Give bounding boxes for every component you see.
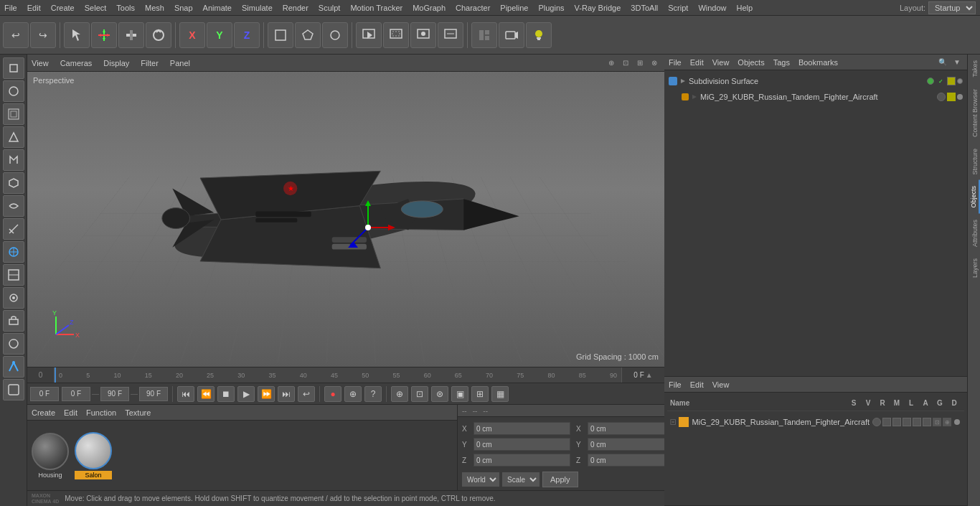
menu-select[interactable]: Select	[85, 4, 107, 12]
viewport-icon-3[interactable]: ⊞	[634, 57, 646, 69]
sidebar-btn-9[interactable]	[3, 264, 24, 286]
timeline-track[interactable]: 0 5 10 15 20 25 30 35 40 45 50 55 60 65 …	[55, 367, 621, 383]
sidebar-btn-3[interactable]	[3, 126, 24, 148]
mat-menu-create[interactable]: Create	[32, 408, 55, 417]
x-axis-button[interactable]: X	[179, 22, 205, 48]
viewport-icon-2[interactable]: ⊡	[620, 57, 631, 69]
coord-yr-input[interactable]	[588, 438, 664, 451]
object-mode-button[interactable]	[268, 22, 293, 48]
apply-button[interactable]: Apply	[542, 472, 578, 487]
layout-dropdown[interactable]: Startup	[928, 1, 976, 14]
extra-tool-1[interactable]: ⊕	[391, 386, 408, 402]
obj-search-icon[interactable]: 🔍	[937, 57, 948, 68]
menu-character[interactable]: Character	[456, 4, 490, 12]
frame-start-input[interactable]	[30, 387, 59, 401]
extra-tool-2[interactable]: ⊡	[411, 386, 428, 402]
viewport-icon-1[interactable]: ⊕	[606, 57, 617, 69]
extra-tool-3[interactable]: ⊛	[431, 386, 448, 402]
vtab-takes[interactable]: Takes	[968, 55, 980, 83]
stop-button[interactable]: ⏹	[217, 386, 235, 402]
material-ball-housing[interactable]	[32, 433, 69, 470]
sidebar-btn-10[interactable]	[3, 287, 24, 309]
light-button[interactable]	[526, 22, 552, 48]
move-tool-button[interactable]	[91, 22, 117, 48]
transform-gizmo[interactable]	[339, 199, 397, 256]
obj-menu-view[interactable]: View	[712, 58, 730, 67]
viewport-menu-view[interactable]: View	[32, 59, 49, 67]
obj-row-mig[interactable]: MiG_29_KUBR_Russian_Tandem_Fighter_Aircr…	[664, 89, 967, 105]
3d-viewport[interactable]: Perspective	[27, 72, 664, 367]
nurbs-button[interactable]	[322, 22, 348, 48]
extra-tool-4[interactable]: ▣	[451, 386, 468, 402]
coord-x-input[interactable]	[473, 422, 570, 435]
attr-menu-view[interactable]: View	[712, 380, 730, 389]
viewport-menu-panel[interactable]: Panel	[170, 59, 190, 67]
mat-menu-edit[interactable]: Edit	[64, 408, 77, 417]
sidebar-btn-4[interactable]	[3, 149, 24, 171]
obj-row-subdivision[interactable]: Subdivision Surface ✓	[664, 73, 967, 89]
menu-window[interactable]: Window	[698, 4, 726, 12]
viewport-menu-cameras[interactable]: Cameras	[60, 59, 93, 67]
sidebar-btn-14[interactable]	[3, 379, 24, 400]
sidebar-btn-1[interactable]	[3, 80, 24, 102]
sidebar-btn-12[interactable]	[3, 333, 24, 355]
obj-menu-objects[interactable]: Objects	[738, 58, 764, 67]
attr-menu-edit[interactable]: Edit	[690, 380, 704, 389]
z-axis-button[interactable]: Z	[234, 22, 260, 48]
material-item-housing[interactable]: Housing	[32, 433, 69, 479]
viewport-layout-button[interactable]	[471, 22, 497, 48]
render-region-button[interactable]	[383, 22, 409, 48]
object-list[interactable]: Subdivision Surface ✓ MiG_29_KUBR_Russia…	[664, 70, 967, 376]
material-item-salon[interactable]: Salon	[75, 432, 112, 479]
undo-button[interactable]: ↩	[3, 22, 29, 48]
auto-key-button[interactable]: ⊕	[344, 386, 362, 402]
menu-edit[interactable]: Edit	[27, 4, 41, 12]
menu-help[interactable]: Help	[737, 4, 753, 12]
obj-filter-icon[interactable]: ▼	[951, 57, 963, 68]
sidebar-btn-0[interactable]	[3, 57, 24, 79]
play-button[interactable]: ▶	[237, 386, 255, 402]
coord-y-input[interactable]	[473, 438, 570, 451]
coord-zr-input[interactable]	[588, 454, 664, 467]
sidebar-btn-5[interactable]	[3, 172, 24, 194]
menu-animate[interactable]: Animate	[203, 4, 232, 12]
menu-tools[interactable]: Tools	[116, 4, 135, 12]
menu-create[interactable]: Create	[51, 4, 75, 12]
obj-expand-icon[interactable]	[680, 78, 686, 84]
render-viewport-button[interactable]	[410, 22, 436, 48]
menu-plugins[interactable]: Plugins	[538, 4, 564, 12]
menu-simulate[interactable]: Simulate	[242, 4, 273, 12]
frame-to-input[interactable]	[100, 387, 129, 401]
attr-row-mig[interactable]: MiG_29_KUBR_Russian_Tandem_Fighter_Aircr…	[667, 414, 964, 430]
step-forward-button[interactable]: ⏩	[258, 386, 275, 402]
timeline-playhead[interactable]	[55, 367, 56, 383]
select-tool-button[interactable]	[64, 22, 90, 48]
frame-from-input[interactable]	[62, 387, 90, 401]
step-back-button[interactable]: ⏪	[197, 386, 215, 402]
render-button[interactable]	[356, 22, 382, 48]
viewport-menu-display[interactable]: Display	[103, 59, 129, 67]
go-to-start-button[interactable]: ⏮	[177, 386, 194, 402]
y-axis-button[interactable]: Y	[207, 22, 232, 48]
material-ball-salon[interactable]	[75, 432, 112, 469]
mat-menu-function[interactable]: Function	[86, 408, 116, 417]
menu-render[interactable]: Render	[283, 4, 308, 12]
menu-snap[interactable]: Snap	[174, 4, 193, 12]
go-to-end-button[interactable]: ⏭	[278, 386, 295, 402]
vtab-structure[interactable]: Structure	[968, 143, 980, 181]
obj-menu-bookmarks[interactable]: Bookmarks	[798, 58, 838, 67]
camera-button[interactable]	[499, 22, 524, 48]
sidebar-btn-8[interactable]	[3, 241, 24, 263]
frame-step-input[interactable]	[139, 387, 168, 401]
sidebar-btn-11[interactable]	[3, 310, 24, 332]
sidebar-btn-6[interactable]	[3, 195, 24, 217]
sidebar-btn-13[interactable]	[3, 356, 24, 378]
loop-button[interactable]: ↩	[298, 386, 315, 402]
vtab-objects[interactable]: Objects	[968, 180, 980, 214]
mat-menu-texture[interactable]: Texture	[125, 408, 151, 417]
coord-xr-input[interactable]	[588, 422, 664, 435]
menu-mograph[interactable]: MoGraph	[413, 4, 446, 12]
viewport-menu-filter[interactable]: Filter	[141, 59, 158, 67]
menu-mesh[interactable]: Mesh	[145, 4, 164, 12]
scale-tool-button[interactable]	[118, 22, 144, 48]
